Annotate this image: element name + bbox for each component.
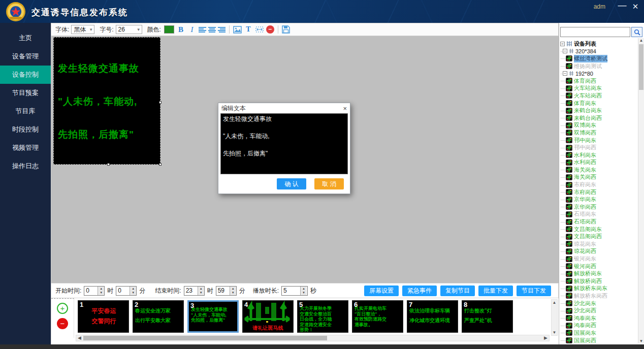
scrollbar-thumb[interactable] — [83, 336, 327, 340]
device-tree-item[interactable]: ·····双博岗西 — [560, 129, 637, 137]
program-thumbnail-8[interactable]: 8打击整改"灯严查严处"机 — [462, 300, 513, 333]
device-tree-item[interactable]: ·····鸿泰岗东 — [560, 314, 637, 322]
size-select[interactable]: 26▼ — [116, 25, 142, 34]
led-preview[interactable]: 发生轻微交通事故"人未伤，车能动,先拍照，后撤离" — [53, 37, 160, 165]
sidebar-item-4[interactable]: 节目库 — [0, 102, 51, 120]
marquee-tool-icon[interactable] — [255, 26, 264, 33]
confirm-button[interactable]: 确 认 — [277, 178, 306, 189]
dialog-close-icon[interactable]: × — [343, 105, 347, 112]
device-tree-item[interactable]: ·····市府岗西 — [560, 188, 637, 196]
program-thumbnail-3[interactable]: 3发生轻微交通事故"人未伤，车能动,先拍照，后撤离" — [187, 300, 239, 333]
sidebar-item-1[interactable]: 设备管理 — [0, 47, 51, 66]
device-tree-item[interactable]: ·····国展岗东 — [560, 329, 637, 337]
device-tree-item[interactable]: ·····解放桥岗西 — [560, 277, 637, 285]
close-icon[interactable]: ✕ — [631, 2, 640, 11]
program-thumbnail-4[interactable]: 4请礼让斑马线 — [242, 300, 294, 333]
device-tree-item[interactable]: ·····邗中岗东 — [560, 137, 637, 144]
tree-collapse-icon[interactable]: − — [560, 42, 565, 46]
device-tree-item[interactable]: ·····文昌阁岗东 — [560, 226, 637, 233]
tree-collapse-icon[interactable]: − — [563, 71, 567, 76]
image-icon[interactable] — [233, 26, 242, 34]
end-min-stepper[interactable]: 59▲▼ — [216, 286, 237, 296]
sidebar-item-5[interactable]: 时段控制 — [0, 120, 51, 139]
start-min-stepper[interactable]: 0▲▼ — [116, 286, 137, 296]
device-group-192*80[interactable]: ··−192*80 — [560, 70, 637, 77]
device-tree-item[interactable]: ·····双博岗东 — [560, 122, 637, 130]
program-thumbnail-2[interactable]: 2春运安全连万家出行平安靠大家 — [133, 300, 184, 333]
scroll-down-icon[interactable]: ▼ — [638, 339, 644, 343]
dialog-textarea[interactable]: 发生轻微交通事故"人未伤，车能动,先拍照，后撤离" — [220, 113, 348, 174]
vertical-scrollbar[interactable]: ▲ ▼ — [551, 299, 558, 336]
device-tree-item[interactable]: ·····火车站岗东 — [560, 85, 637, 92]
action-button-1[interactable]: 紧急事件 — [402, 285, 437, 296]
save-icon[interactable] — [282, 25, 290, 34]
device-tree-item[interactable]: ·····琼花岗西 — [560, 248, 637, 256]
device-tree-item[interactable]: ·····海关岗西 — [560, 174, 637, 181]
device-tree-item[interactable]: ·····琼花岗东 — [560, 240, 637, 248]
scroll-left-icon[interactable]: ◀ — [76, 335, 83, 341]
user-name[interactable]: adm — [594, 3, 605, 10]
device-tree-item[interactable]: ·····解放桥东岗东 — [560, 285, 637, 293]
device-tree-item[interactable]: ·····银河岗西 — [560, 263, 637, 270]
device-tree-item[interactable]: ·····维扬岗测试 — [560, 62, 637, 70]
device-group-320*384[interactable]: ··−320*384 — [560, 48, 637, 55]
device-tree-item[interactable]: ·····国展岗西 — [560, 337, 637, 343]
scroll-up-icon[interactable]: ▲ — [638, 38, 644, 43]
action-button-3[interactable]: 批量下发 — [478, 285, 513, 296]
device-tree-item[interactable]: ·····火车站岗西 — [560, 92, 637, 100]
minimize-icon[interactable]: — — [618, 1, 627, 11]
add-program-button[interactable]: + — [57, 303, 68, 314]
device-tree-root[interactable]: −设备列表 — [560, 40, 637, 48]
device-tree-item[interactable]: ·····水利岗东 — [560, 151, 637, 159]
cancel-button[interactable]: 取 消 — [314, 178, 344, 189]
sidebar-item-7[interactable]: 操作日志 — [0, 157, 51, 175]
device-tree-item[interactable]: ·····体育岗西 — [560, 77, 637, 85]
device-tree-item[interactable]: ·····体育岗东 — [560, 100, 637, 107]
device-tree-item[interactable]: ·····市府岗东 — [560, 181, 637, 188]
device-tree-item[interactable]: ·····水利岗西 — [560, 159, 637, 167]
align-left-icon[interactable] — [199, 26, 206, 33]
scroll-up-icon[interactable]: ▲ — [552, 300, 557, 305]
device-tree-item[interactable]: ·····螺丝湾桥测试 — [560, 55, 637, 62]
program-thumbnail-1[interactable]: 1平安春运交警同行 — [78, 300, 129, 333]
device-tree-item[interactable]: ·····京华岗西 — [560, 203, 637, 211]
device-search-input[interactable] — [560, 27, 630, 37]
device-tree-item[interactable]: ·····解放桥岗东 — [560, 270, 637, 277]
color-swatch[interactable] — [164, 25, 174, 34]
resize-handle-corner[interactable] — [159, 163, 162, 166]
device-tree-item[interactable]: ·····文昌阁岗西 — [560, 233, 637, 240]
action-button-0[interactable]: 屏幕设置 — [364, 285, 399, 296]
tree-collapse-icon[interactable]: − — [563, 49, 567, 53]
search-button[interactable] — [631, 27, 642, 37]
horizontal-scrollbar[interactable]: ◀ ▶ — [76, 335, 550, 341]
sidebar-item-3[interactable]: 节目预案 — [0, 84, 51, 102]
delete-element-icon[interactable]: – — [266, 25, 274, 34]
scroll-down-icon[interactable]: ▼ — [552, 330, 557, 335]
device-tree-item[interactable]: ·····沙北岗西 — [560, 307, 637, 314]
program-thumbnail-6[interactable]: 6扎实开展电动车"百日整治"，有效预防道路交通事故。 — [352, 300, 403, 333]
scrollbar-thumb[interactable] — [639, 44, 643, 90]
bold-button[interactable]: B — [176, 25, 185, 34]
start-hour-stepper[interactable]: 0▲▼ — [84, 286, 105, 296]
device-tree-item[interactable]: ·····鸿泰岗西 — [560, 322, 637, 330]
program-thumbnail-7[interactable]: 7依法治理非标车辆净化城市交通环境 — [407, 300, 458, 333]
sidebar-item-0[interactable]: 主页 — [0, 29, 51, 47]
device-tree-item[interactable]: ·····京华岗东 — [560, 196, 637, 203]
font-select[interactable]: 黑体▼ — [71, 25, 94, 34]
scroll-right-icon[interactable]: ▶ — [542, 335, 549, 341]
device-tree-item[interactable]: ·····石塔岗西 — [560, 218, 637, 226]
device-tree-item[interactable]: ·····海关岗东 — [560, 166, 637, 174]
sidebar-item-2[interactable]: 设备控制 — [0, 66, 51, 84]
align-center-icon[interactable] — [208, 26, 216, 33]
sidebar-item-6[interactable]: 视频管理 — [0, 139, 51, 157]
device-tree-item[interactable]: ·····石塔岗东 — [560, 211, 637, 218]
text-tool-icon[interactable]: T — [244, 25, 253, 34]
design-canvas[interactable]: 发生轻微交通事故"人未伤，车能动,先拍照，后撤离" 编辑文本 × 发生轻微交通事… — [51, 36, 559, 283]
device-tree-item[interactable]: ·····来鹤台岗东 — [560, 107, 637, 114]
action-button-2[interactable]: 复制节目 — [440, 285, 475, 296]
program-thumbnail-5[interactable]: 5大力开展秋冬季交通安全整治百日会战，全力稳定道路交通安全形势！ — [297, 300, 348, 333]
align-right-icon[interactable] — [218, 26, 226, 33]
italic-button[interactable]: I — [187, 25, 197, 34]
duration-stepper[interactable]: 5▲▼ — [281, 286, 308, 296]
device-tree-item[interactable]: ·····解放桥东岗西 — [560, 292, 637, 300]
